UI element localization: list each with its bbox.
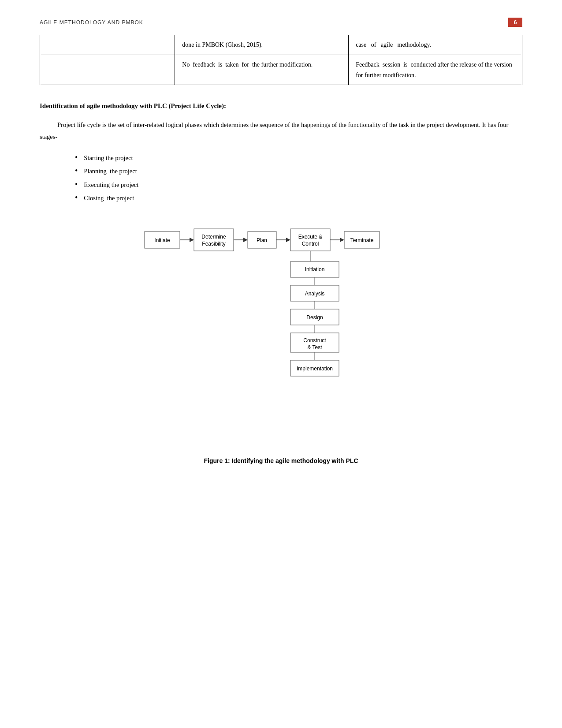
construct-label-2: & Test	[307, 344, 322, 351]
execute-label-1: Execute &	[298, 234, 322, 240]
arrowhead-1	[190, 238, 194, 242]
figure-caption: Figure 1: Identifying the agile methodol…	[40, 457, 522, 464]
execute-label-2: Control	[301, 241, 319, 247]
initiation-label: Initiation	[305, 266, 324, 273]
list-item-text: Closing the project	[84, 191, 134, 205]
initiate-label: Initiate	[154, 237, 170, 243]
table-cell-left-2: No feedback is taken for the further mod…	[175, 55, 349, 85]
execute-box	[290, 229, 330, 251]
table-cell-right-2: Feedback session is conducted after the …	[349, 55, 522, 85]
diagram-container: .diag-text { font-family: Arial, sans-se…	[40, 218, 522, 448]
feasibility-label-2: Feasibility	[202, 241, 225, 247]
list-item: Starting the project	[75, 151, 522, 164]
page-number: 6	[508, 18, 522, 27]
arrowhead-4	[340, 238, 344, 242]
list-item: Closing the project	[75, 191, 522, 205]
comparison-table: done in PMBOK (Ghosh, 2015). case of agi…	[40, 35, 522, 85]
terminate-label: Terminate	[350, 237, 373, 243]
list-item-text: Planning the project	[84, 164, 137, 178]
list-item: Planning the project	[75, 164, 522, 178]
section-heading: Identification of agile methodology with…	[40, 101, 522, 111]
header-title: AGILE METHODOLOGY AND PMBOK	[40, 19, 143, 26]
body-paragraph: Project life cycle is the set of inter-r…	[40, 119, 522, 143]
analysis-label: Analysis	[305, 291, 324, 297]
page: AGILE METHODOLOGY AND PMBOK 6 done in PM…	[0, 0, 562, 728]
table-row: done in PMBOK (Ghosh, 2015). case of agi…	[40, 35, 522, 55]
implementation-label: Implementation	[296, 366, 332, 372]
arrowhead-3	[286, 238, 290, 242]
arrowhead-2	[243, 238, 248, 242]
list-item-text: Executing the project	[84, 178, 138, 191]
table-row: No feedback is taken for the further mod…	[40, 55, 522, 85]
construct-label-1: Construct	[303, 337, 326, 343]
list-item: Executing the project	[75, 178, 522, 191]
feasibility-label-1: Determine	[201, 234, 226, 240]
plan-label: Plan	[256, 237, 267, 243]
plc-diagram: .diag-text { font-family: Arial, sans-se…	[140, 218, 422, 448]
table-cell-right-1: case of agile methodology.	[349, 35, 522, 55]
page-header: AGILE METHODOLOGY AND PMBOK 6	[40, 18, 522, 27]
table-cell-empty-1	[40, 35, 175, 55]
table-cell-empty-2	[40, 55, 175, 85]
list-item-text: Starting the project	[84, 151, 133, 164]
feasibility-box	[194, 229, 234, 251]
design-label: Design	[306, 314, 323, 321]
bullet-list: Starting the project Planning the projec…	[75, 151, 522, 205]
table-cell-left-1: done in PMBOK (Ghosh, 2015).	[175, 35, 349, 55]
